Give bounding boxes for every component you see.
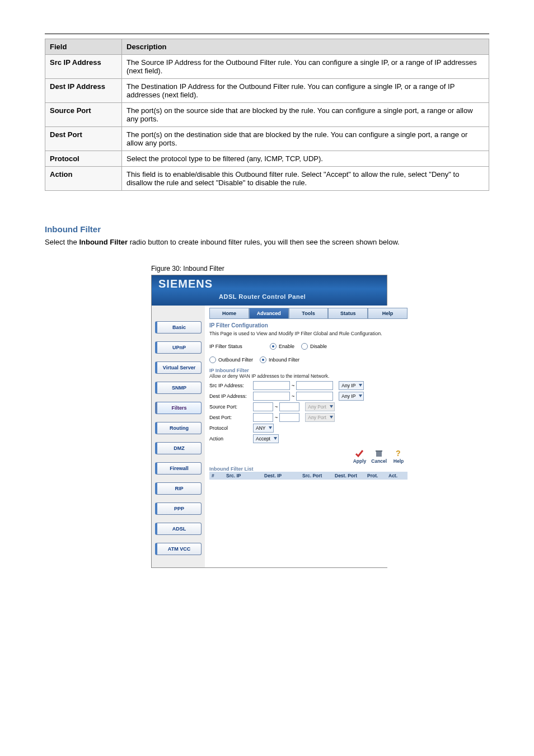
sidebar-item-firewall[interactable]: Firewall [155, 462, 202, 475]
src-port-select[interactable]: Any Port [305, 402, 335, 411]
router-control-panel: SIEMENS ADSL Router Control Panel BasicU… [151, 275, 387, 568]
field-name: Action [45, 167, 122, 191]
dest-ip-label: Dest IP Address: [209, 393, 253, 399]
check-icon [355, 449, 364, 458]
list-heading: Inbound Filter List [209, 466, 407, 472]
field-name: Src IP Address [45, 55, 122, 79]
field-name: Source Port [45, 103, 122, 127]
question-icon: ? [394, 449, 403, 458]
sidebar-item-basic[interactable]: Basic [155, 321, 202, 334]
dest-ip-input-2[interactable] [296, 392, 333, 401]
sidebar-item-virtual-server[interactable]: Virtual Server [155, 361, 202, 374]
section-body-bold: Inbound Filter [79, 238, 128, 246]
src-ip-label: Src IP Address: [209, 383, 253, 388]
help-button[interactable]: ? Help [390, 449, 407, 464]
cancel-button[interactable]: Cancel [370, 449, 388, 464]
topnav: HomeAdvancedToolsStatusHelp [209, 308, 407, 319]
action-label: Action [209, 436, 253, 442]
divider [45, 34, 489, 34]
src-port-input-2[interactable] [279, 402, 299, 411]
field-desc: Select the protocol type to be filtered … [122, 151, 489, 167]
section-body-before: Select the [45, 238, 79, 246]
src-ip-select[interactable]: Any IP [339, 381, 364, 390]
src-port-label: Source Port: [209, 404, 253, 410]
dest-port-label: Dest Port: [209, 415, 253, 420]
fields-table: Field Description Src IP AddressThe Sour… [45, 39, 489, 191]
list-col: Dest. Port [332, 473, 365, 478]
page-desc: This Page is used to View and Modify IP … [209, 331, 407, 336]
inbound-radio[interactable] [260, 356, 266, 363]
banner-subtitle: ADSL Router Control Panel [219, 293, 306, 300]
dest-ip-input-1[interactable] [253, 392, 290, 401]
svg-text:?: ? [396, 449, 401, 458]
section-heading: Inbound Filter [45, 224, 489, 234]
trash-icon [374, 449, 383, 458]
list-col: Prot. [365, 473, 386, 478]
svg-rect-1 [376, 450, 382, 452]
field-name: Dest IP Address [45, 79, 122, 103]
list-col: Act. [386, 473, 407, 478]
sidebar-item-routing[interactable]: Routing [155, 422, 202, 434]
tab-help[interactable]: Help [368, 308, 407, 319]
field-desc: The port(s) on the destination side that… [122, 127, 489, 151]
figure-caption: Figure 30: Inbound Filter [151, 265, 489, 273]
direction-row: Outbound Filter Inbound Filter [209, 356, 407, 363]
filter-status-row: IP Filter Status Enable Disable [209, 343, 407, 350]
action-select[interactable]: Accept [253, 434, 279, 443]
sidebar-item-adsl[interactable]: ADSL [155, 523, 202, 535]
outbound-radio[interactable] [209, 356, 216, 363]
table-row: Dest IP AddressThe Destination IP Addres… [45, 79, 489, 103]
tab-home[interactable]: Home [209, 308, 249, 319]
protocol-select[interactable]: ANY [253, 424, 274, 433]
protocol-label: Protocol [209, 425, 253, 431]
sidebar-item-snmp[interactable]: SNMP [155, 382, 202, 394]
sidebar-item-upnp[interactable]: UPnP [155, 341, 202, 354]
table-row: Src IP AddressThe Source IP Address for … [45, 55, 489, 79]
tab-advanced[interactable]: Advanced [249, 308, 289, 319]
src-ip-input-1[interactable] [253, 381, 290, 390]
field-desc: The Destination IP Address for the Outbo… [122, 79, 489, 103]
section-body-after: radio button to create inbound filter ru… [128, 238, 400, 246]
table-row: ProtocolSelect the protocol type to be f… [45, 151, 489, 167]
field-desc: The Source IP Address for the Outbound F… [122, 55, 489, 79]
list-col: Src. IP [224, 473, 262, 478]
list-col: Dest. IP [262, 473, 300, 478]
sidebar-item-ppp[interactable]: PPP [155, 503, 202, 515]
dest-ip-select[interactable]: Any IP [339, 392, 364, 401]
tab-status[interactable]: Status [328, 308, 368, 319]
table-row: Source PortThe port(s) on the source sid… [45, 103, 489, 127]
field-name: Protocol [45, 151, 122, 167]
apply-button[interactable]: Apply [350, 449, 368, 464]
banner: SIEMENS ADSL Router Control Panel [152, 275, 387, 306]
table-row: Dest PortThe port(s) on the destination … [45, 127, 489, 151]
field-name: Dest Port [45, 127, 122, 151]
status-disable-label: Disable [310, 344, 327, 349]
outbound-label: Outbound Filter [218, 357, 253, 363]
dest-port-select[interactable]: Any Port [305, 413, 335, 422]
sidebar: BasicUPnPVirtual ServerSNMPFiltersRoutin… [152, 306, 205, 567]
status-enable-label: Enable [279, 344, 294, 349]
tab-tools[interactable]: Tools [289, 308, 329, 319]
src-ip-input-2[interactable] [296, 381, 333, 390]
table-row: ActionThis field is to enable/disable th… [45, 167, 489, 191]
field-desc: This field is to enable/disable this Out… [122, 167, 489, 191]
dest-port-input-2[interactable] [279, 413, 299, 422]
sidebar-item-rip[interactable]: RIP [155, 482, 202, 495]
status-enable-radio[interactable] [270, 343, 277, 350]
sidebar-item-filters[interactable]: Filters [155, 402, 202, 414]
dest-port-input-1[interactable] [253, 413, 273, 422]
inbound-label: Inbound Filter [269, 357, 299, 363]
list-col: # [209, 473, 224, 478]
page-title: IP Filter Configuration [209, 322, 407, 328]
brand-logo: SIEMENS [158, 278, 213, 290]
sidebar-item-atm-vcc[interactable]: ATM VCC [155, 543, 202, 555]
action-buttons: Apply Cancel ? Help [209, 449, 407, 464]
field-desc: The port(s) on the source side that are … [122, 103, 489, 127]
inbound-note: Allow or deny WAN IP addresses to the in… [209, 373, 407, 379]
src-port-input-1[interactable] [253, 402, 273, 411]
list-columns: #Src. IPDest. IPSrc. PortDest. PortProt.… [209, 472, 407, 480]
sidebar-item-dmz[interactable]: DMZ [155, 442, 202, 454]
section-body: Select the Inbound Filter radio button t… [45, 237, 489, 248]
list-col: Src. Port [300, 473, 332, 478]
status-disable-radio[interactable] [301, 343, 308, 350]
